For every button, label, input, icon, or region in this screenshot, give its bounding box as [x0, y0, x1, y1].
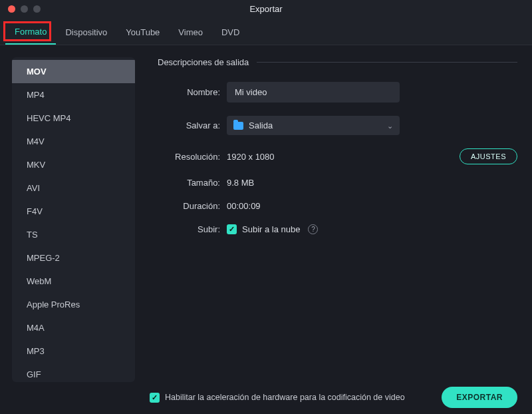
output-details: Descripciones de salida Nombre: Salvar a… [135, 45, 532, 382]
resolution-label: Resolución: [158, 152, 227, 162]
hw-accel-checkbox[interactable]: ✓ [150, 393, 160, 403]
sidebar-item-format[interactable]: MKV [12, 153, 135, 176]
tab-formato[interactable]: Formato [5, 21, 56, 45]
footer: ✓ Habilitar la aceleración de hardware p… [0, 381, 532, 414]
sidebar-item-format[interactable]: WebM [12, 270, 135, 293]
minimize-window-button[interactable] [21, 5, 28, 13]
maximize-window-button[interactable] [33, 5, 41, 13]
settings-button[interactable]: AJUSTES [460, 148, 517, 164]
sidebar-item-format[interactable]: GIF [12, 363, 135, 382]
name-input[interactable] [227, 82, 400, 103]
sidebar-item-format[interactable]: M4A [12, 316, 135, 339]
sidebar-item-format[interactable]: MOV [12, 60, 135, 83]
sidebar-item-format[interactable]: TS [12, 223, 135, 246]
tab-vimeo[interactable]: Vimeo [169, 22, 212, 44]
chevron-down-icon: ⌄ [387, 121, 393, 130]
format-sidebar: MOVMP4HEVC MP4M4VMKVAVIF4VTSMPEG-2WebMAp… [12, 57, 135, 382]
section-title: Descripciones de salida [158, 57, 249, 67]
sidebar-item-format[interactable]: F4V [12, 200, 135, 223]
tab-youtube[interactable]: YouTube [116, 22, 169, 44]
sidebar-item-format[interactable]: AVI [12, 176, 135, 200]
saveto-label: Salvar a: [158, 120, 227, 130]
window-controls [0, 5, 41, 13]
sidebar-item-format[interactable]: HEVC MP4 [12, 106, 135, 130]
sidebar-item-format[interactable]: MP4 [12, 83, 135, 106]
duration-label: Duración: [158, 201, 227, 211]
name-label: Nombre: [158, 87, 227, 97]
size-value: 9.8 MB [227, 178, 254, 188]
hw-accel-label: Habilitar la aceleración de hardware par… [165, 393, 405, 402]
export-tabbar: Formato Dispositivo YouTube Vimeo DVD [0, 17, 532, 45]
upload-checkbox-label: Subir a la nube [242, 224, 300, 234]
upload-checkbox[interactable]: ✓ [227, 224, 237, 234]
divider [257, 62, 517, 63]
tab-dvd[interactable]: DVD [212, 22, 249, 44]
sidebar-item-format[interactable]: Apple ProRes [12, 293, 135, 316]
close-window-button[interactable] [8, 5, 15, 13]
saveto-value: Salida [249, 120, 273, 130]
sidebar-item-format[interactable]: MPEG-2 [12, 246, 135, 270]
tab-dispositivo[interactable]: Dispositivo [56, 22, 116, 44]
titlebar: Exportar [0, 0, 532, 17]
duration-value: 00:00:09 [227, 201, 261, 211]
window-title: Exportar [0, 4, 532, 14]
folder-icon [233, 122, 243, 130]
export-button[interactable]: EXPORTAR [442, 387, 517, 408]
sidebar-item-format[interactable]: MP3 [12, 339, 135, 363]
upload-label: Subir: [158, 224, 227, 234]
size-label: Tamaño: [158, 178, 227, 188]
saveto-select[interactable]: Salida ⌄ [227, 116, 400, 135]
help-icon[interactable]: ? [308, 224, 318, 234]
sidebar-item-format[interactable]: M4V [12, 130, 135, 153]
resolution-value: 1920 x 1080 [227, 152, 275, 162]
